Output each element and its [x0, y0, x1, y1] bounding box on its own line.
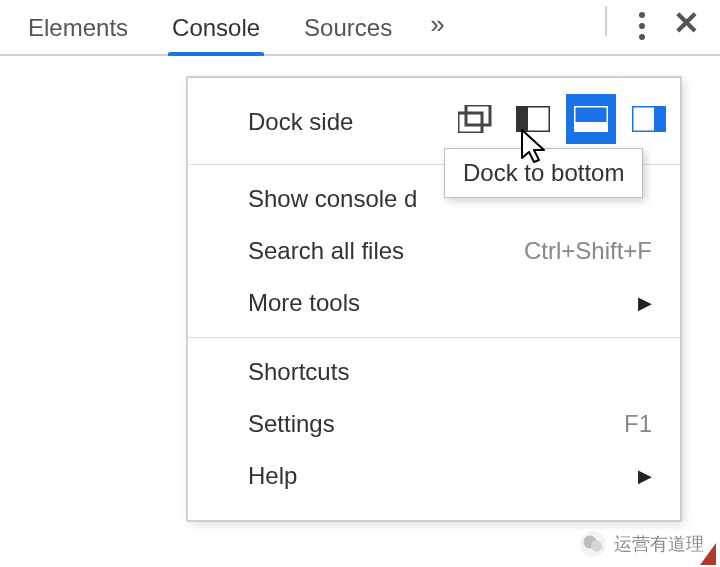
svg-rect-1	[466, 105, 490, 125]
svg-rect-5	[574, 122, 608, 132]
menu-button[interactable]	[625, 0, 659, 54]
tabs-overflow-button[interactable]: »	[414, 9, 460, 54]
tab-console[interactable]: Console	[150, 14, 282, 54]
menu-label: Show console d	[248, 185, 417, 213]
dock-undock-button[interactable]	[450, 94, 500, 144]
dock-bottom-icon	[574, 106, 608, 132]
menu-label: Help	[248, 462, 297, 490]
watermark: 运营有道理	[580, 531, 704, 557]
menu-label: Settings	[248, 410, 335, 438]
menu-label: More tools	[248, 289, 360, 317]
menu-label: Shortcuts	[248, 358, 349, 386]
menu-item-shortcuts[interactable]: Shortcuts	[188, 346, 680, 398]
svg-rect-7	[654, 106, 666, 132]
menu-item-more-tools[interactable]: More tools ▶	[188, 277, 680, 329]
dock-right-button[interactable]	[624, 94, 674, 144]
close-button[interactable]: ✕	[659, 12, 714, 54]
kebab-icon	[639, 12, 645, 40]
dock-side-label: Dock side	[248, 108, 353, 136]
menu-separator	[188, 337, 680, 338]
menu-item-help[interactable]: Help ▶	[188, 450, 680, 502]
undock-icon	[458, 105, 492, 133]
devtools-tabbar: Elements Console Sources » ✕	[0, 0, 720, 56]
watermark-text: 运营有道理	[614, 532, 704, 556]
svg-rect-0	[458, 113, 482, 133]
shortcut-text: Ctrl+Shift+F	[524, 237, 652, 265]
chevron-right-icon: ▶	[638, 292, 652, 314]
dock-bottom-button[interactable]	[566, 94, 616, 144]
menu-label: Search all files	[248, 237, 404, 265]
tabbar-divider	[605, 6, 607, 36]
chevron-right-icon: ▶	[638, 465, 652, 487]
dock-side-options	[450, 94, 674, 144]
menu-item-settings[interactable]: Settings F1	[188, 398, 680, 450]
menu-item-search-files[interactable]: Search all files Ctrl+Shift+F	[188, 225, 680, 277]
close-icon: ✕	[673, 5, 700, 41]
wechat-icon	[580, 531, 606, 557]
tab-sources[interactable]: Sources	[282, 14, 414, 54]
tab-elements[interactable]: Elements	[6, 14, 150, 54]
options-menu: Dock side	[186, 76, 682, 522]
dock-right-icon	[632, 106, 666, 132]
corner-triangle-icon	[700, 543, 716, 565]
shortcut-text: F1	[624, 410, 652, 438]
cursor-icon	[520, 128, 548, 166]
svg-point-9	[591, 541, 602, 552]
